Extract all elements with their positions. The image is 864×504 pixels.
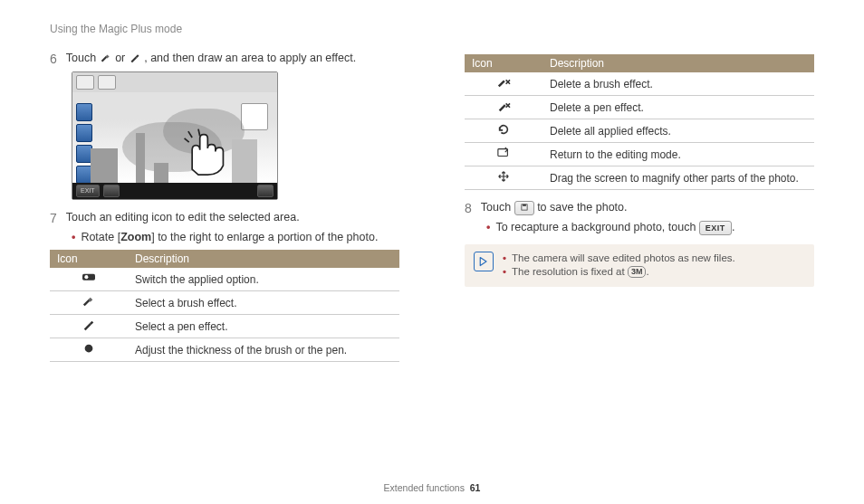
touch-hand-icon xyxy=(172,127,235,181)
brush-icon xyxy=(100,52,112,63)
note-line-2b: . xyxy=(646,266,648,277)
table-row: Drag the screen to magnify other parts o… xyxy=(465,166,814,190)
step-8-sub-b: . xyxy=(732,221,734,233)
step-7-number: 7 xyxy=(50,211,57,225)
table-row: Switch the applied option. xyxy=(50,268,399,291)
step-6-text-c: , and then draw an area to apply an effe… xyxy=(144,52,356,64)
cell-desc: Delete a brush effect. xyxy=(542,72,814,96)
left-icon-table: Icon Description Switch the applied opti… xyxy=(50,250,399,362)
brush-icon xyxy=(81,295,97,308)
cell-desc: Delete all applied effects. xyxy=(542,119,814,143)
left-column: 6 Touch or , and then draw an area to ap… xyxy=(50,52,399,362)
step-7: 7 Touch an editing icon to edit the sele… xyxy=(50,211,399,225)
preview-box xyxy=(241,103,268,130)
step-8-text-a: Touch xyxy=(481,201,514,214)
note-line-2a: The resolution is fixed at xyxy=(512,266,628,277)
step-8-number: 8 xyxy=(465,201,472,215)
footer-section: Extended functions xyxy=(384,482,465,493)
cell-desc: Adjust the thickness of the brush or the… xyxy=(128,338,399,362)
table-row: Adjust the thickness of the brush or the… xyxy=(50,338,399,362)
pen-icon xyxy=(129,52,141,63)
return-icon xyxy=(495,147,512,159)
th-icon: Icon xyxy=(50,250,128,268)
step-8-sub-a: To recapture a background photo, touch xyxy=(495,221,698,233)
step-8: 8 Touch to save the photo. xyxy=(465,201,814,215)
cell-desc: Delete a pen effect. xyxy=(542,96,814,119)
resolution-badge: 3M xyxy=(628,266,647,278)
cell-desc: Drag the screen to magnify other parts o… xyxy=(542,166,814,190)
footer-page-number: 61 xyxy=(470,482,481,493)
page-footer: Extended functions 61 xyxy=(0,482,864,493)
toggle-icon xyxy=(81,271,97,284)
right-column: Icon Description Delete a brush effect. … xyxy=(465,52,814,362)
table-row: Select a pen effect. xyxy=(50,315,399,338)
page-header: Using the Magic Plus mode xyxy=(50,23,814,35)
sidebar-tool xyxy=(76,124,92,142)
table-row: Delete a pen effect. xyxy=(465,96,814,119)
table-row: Delete a brush effect. xyxy=(465,72,814,96)
note-box: •The camera will save edited photos as n… xyxy=(465,244,814,287)
topbar-button xyxy=(98,75,116,90)
exit-button-label: EXIT xyxy=(699,221,732,235)
sidebar-tool xyxy=(76,103,92,121)
cell-desc: Switch the applied option. xyxy=(128,268,399,291)
step-7-sub-b: ] to the right to enlarge a portion of t… xyxy=(151,231,378,243)
step-6: 6 Touch or , and then draw an area to ap… xyxy=(50,52,399,66)
editing-screenshot: EXIT xyxy=(72,71,278,200)
table-row: Return to the editing mode. xyxy=(465,143,814,166)
step-8-text-b: to save the photo. xyxy=(537,201,627,214)
exit-button: EXIT xyxy=(76,185,100,197)
step-7-sub: • Rotate [Zoom] to the right to enlarge … xyxy=(72,231,399,244)
cell-desc: Return to the editing mode. xyxy=(542,143,814,166)
note-line-1: The camera will save edited photos as ne… xyxy=(512,252,735,265)
th-desc: Description xyxy=(128,250,399,268)
undo-all-icon xyxy=(495,123,512,136)
delete-pen-icon xyxy=(495,100,512,112)
topbar-button xyxy=(76,75,94,90)
step-7-sub-a: Rotate [ xyxy=(81,231,120,243)
move-icon xyxy=(495,170,512,183)
thickness-icon xyxy=(81,342,97,355)
step-6-text-a: Touch xyxy=(66,52,100,64)
step-7-sub-bold: Zoom xyxy=(120,231,151,243)
note-icon xyxy=(474,252,494,271)
th-icon: Icon xyxy=(465,54,542,72)
step-6-number: 6 xyxy=(50,52,57,66)
save-icon xyxy=(514,201,534,215)
cell-desc: Select a pen effect. xyxy=(128,315,399,338)
cell-desc: Select a brush effect. xyxy=(128,291,399,315)
table-row: Select a brush effect. xyxy=(50,291,399,315)
step-8-sub: • To recapture a background photo, touch… xyxy=(486,221,814,235)
step-6-text-b: or xyxy=(115,52,129,64)
undo-button xyxy=(103,185,120,197)
save-button xyxy=(257,185,274,197)
table-row: Delete all applied effects. xyxy=(465,119,814,143)
pen-icon xyxy=(81,319,97,331)
step-7-text: Touch an editing icon to edit the select… xyxy=(66,211,399,225)
th-desc: Description xyxy=(542,54,814,72)
right-icon-table: Icon Description Delete a brush effect. … xyxy=(465,54,814,190)
delete-brush-icon xyxy=(495,76,512,89)
